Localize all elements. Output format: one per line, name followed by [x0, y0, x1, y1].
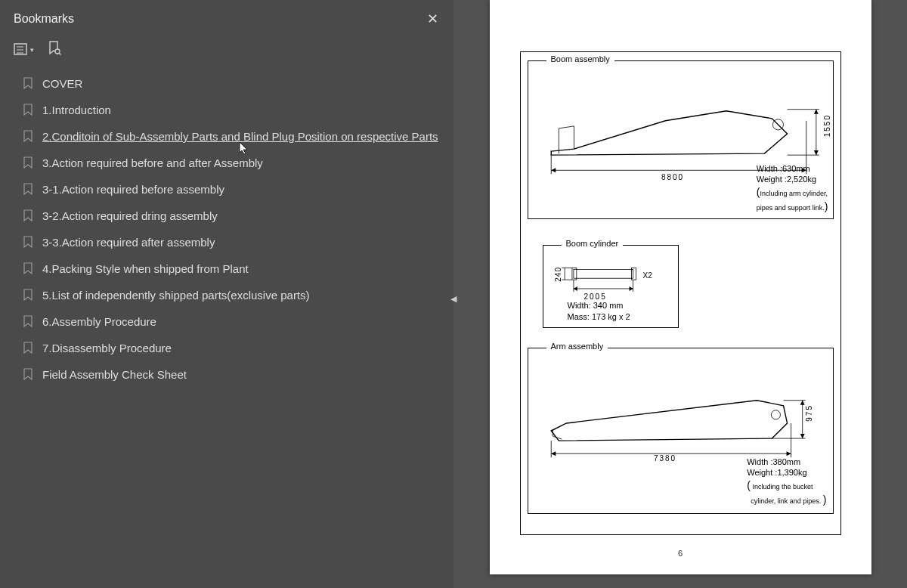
bookmark-item[interactable]: 3-3.Action required after assembly: [9, 230, 444, 256]
bookmark-label: 1.Introduction: [42, 102, 111, 118]
bookmark-label: 2.Conditoin of Sub-Assembly Parts and Bl…: [42, 128, 438, 144]
bookmark-item[interactable]: 6.Assembly Procedure: [9, 309, 444, 336]
pdf-page: Boom assembly 8800: [490, 0, 871, 574]
boom-height: 1550: [823, 114, 831, 137]
boom-cylinder-box: Boom cylinder 2005 240 X2 Width: 34: [543, 245, 679, 328]
bookmark-icon: [23, 262, 33, 278]
svg-marker-15: [813, 110, 818, 114]
bookmark-label: 5.List of independently shipped parts(ex…: [42, 287, 310, 303]
bookmark-item[interactable]: COVER: [9, 71, 444, 97]
svg-rect-17: [573, 269, 633, 278]
bookmark-item[interactable]: 3-2.Action required dring assembly: [9, 203, 444, 230]
bookmark-list: COVER 1.Introduction 2.Conditoin of Sub-…: [0, 70, 454, 390]
bookmarks-sidebar: Bookmarks ✕ ▾ COVER 1.Introduction 2.Con…: [0, 0, 454, 588]
bookmark-item[interactable]: 3.Action required before and after Assem…: [9, 150, 444, 177]
bookmark-icon: [23, 342, 33, 357]
bookmark-item[interactable]: 3-1.Action required before assembly: [9, 177, 444, 203]
bookmark-icon: [23, 236, 33, 252]
boom-note1: Including arm cylinder,: [760, 190, 828, 197]
bookmark-icon: [23, 156, 33, 172]
close-icon[interactable]: ✕: [427, 11, 438, 27]
bookmark-icon: [23, 289, 33, 305]
bookmark-label: 4.Packing Style when shipped from Plant: [42, 261, 249, 277]
svg-line-5: [59, 53, 60, 54]
sidebar-header: Bookmarks ✕: [0, 0, 454, 35]
bookmark-icon: [23, 209, 33, 225]
bookmark-item[interactable]: 4.Packing Style when shipped from Plant: [9, 256, 444, 283]
bookmark-item[interactable]: 5.List of independently shipped parts(ex…: [9, 283, 444, 309]
svg-marker-37: [800, 401, 804, 405]
arm-width: Width :380mm: [747, 456, 826, 468]
bookmark-label: 3.Action required before and after Assem…: [42, 155, 263, 171]
bookmark-icon: [23, 104, 33, 119]
arm-note1: Including the bucket: [752, 483, 813, 491]
bookmark-label: 3-1.Action required before assembly: [42, 181, 224, 197]
svg-marker-38: [800, 434, 804, 438]
sidebar-toolbar: ▾: [0, 35, 454, 70]
cyl-height: 240: [554, 267, 562, 282]
cyl-qty: X2: [643, 271, 652, 280]
bookmark-icon: [23, 130, 33, 146]
bookmark-label: COVER: [42, 76, 82, 91]
svg-marker-10: [551, 168, 556, 172]
cyl-width: Width: 340 mm: [568, 300, 630, 311]
boom-note2: pipes and support link.: [757, 204, 825, 212]
bookmark-label: 3-2.Action required dring assembly: [42, 208, 218, 224]
bookmark-item[interactable]: 7.Disassembly Procedure: [9, 336, 444, 362]
bookmark-label: 6.Assembly Procedure: [42, 314, 156, 330]
boom-assembly-box: Boom assembly 8800: [528, 60, 834, 219]
page-number: 6: [490, 549, 871, 558]
bookmark-icon: [23, 315, 33, 331]
arm-height: 975: [805, 404, 813, 422]
svg-point-4: [55, 49, 60, 54]
cyl-mass: Mass: 173 kg x 2: [568, 311, 630, 323]
arm-assembly-box: Arm assembly 7380 975 Wi: [528, 348, 834, 514]
collapse-sidebar-icon[interactable]: ◀: [447, 287, 460, 310]
outline-options-icon[interactable]: ▾: [14, 43, 34, 57]
bookmark-item[interactable]: 1.Introduction: [9, 97, 444, 124]
find-bookmark-icon[interactable]: [48, 41, 61, 59]
bookmark-label: 7.Disassembly Procedure: [42, 340, 172, 356]
bookmark-label: Field Assembly Check Sheet: [42, 367, 187, 382]
bookmark-label: 3-3.Action required after assembly: [42, 234, 215, 250]
svg-marker-24: [629, 286, 633, 291]
boom-weight: Weight :2,520kg: [757, 174, 828, 185]
sidebar-title: Bookmarks: [14, 12, 74, 26]
bookmark-icon: [23, 183, 33, 199]
bookmark-icon: [23, 368, 33, 384]
document-viewport[interactable]: Boom assembly 8800: [454, 0, 907, 588]
boom-width: Width :630mm: [757, 163, 828, 175]
bookmark-item[interactable]: 2.Conditoin of Sub-Assembly Parts and Bl…: [9, 124, 444, 150]
bookmark-icon: [23, 77, 33, 93]
svg-marker-16: [813, 150, 818, 155]
svg-marker-23: [573, 286, 577, 291]
svg-point-28: [771, 410, 780, 419]
arm-weight: Weight :1,390kg: [747, 467, 826, 478]
bookmark-item[interactable]: Field Assembly Check Sheet: [9, 362, 444, 388]
arm-note2: cylinder, link and pipes.: [751, 497, 821, 505]
